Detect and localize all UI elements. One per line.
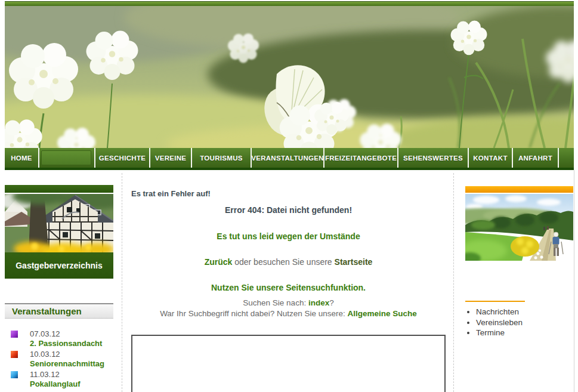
nav-item-home[interactable]: HOME — [5, 148, 39, 168]
guesthouse-top-bar — [5, 185, 113, 193]
nav-item-vereine[interactable]: VEREINE — [150, 148, 192, 168]
sidebar-link-termine[interactable]: Termine — [476, 328, 573, 338]
nav-item-freizeitangebote[interactable]: FREIZEITANGEBOTE — [324, 148, 398, 168]
event-row: 11.03.12 Pokallanglauf — [5, 370, 113, 389]
event-row: 07.03.12 2. Passionsandacht — [5, 329, 113, 348]
search-suffix: ? — [329, 298, 334, 307]
event-name-link[interactable]: Seniorennachmittag — [30, 359, 113, 369]
alternative-search-line: War Ihr Suchbegriff nicht dabei? Nutzen … — [131, 309, 446, 318]
event-bullet-icon — [11, 331, 18, 338]
event-bullet-icon — [11, 351, 18, 358]
search-results-box[interactable] — [131, 335, 446, 392]
page-right-edge — [574, 170, 574, 392]
apology-text: Es tut uns leid wegen der Umstände — [131, 232, 446, 241]
sidebar-link-nachrichten[interactable]: Nachrichten — [476, 307, 573, 317]
back-middle-text: oder besuchen Sie unsere — [234, 257, 332, 267]
sidebar-link-vereinsleben[interactable]: Vereinsleben — [476, 317, 573, 328]
right-sidebar-divider — [465, 301, 525, 302]
back-link[interactable]: Zurück — [205, 257, 233, 267]
nav-item-geschichte[interactable]: GESCHICHTE — [95, 148, 150, 168]
event-date: 10.03.12 — [30, 350, 113, 359]
right-column-divider — [453, 173, 454, 392]
nav-blank-highlight — [41, 150, 91, 165]
alt-prompt: War Ihr Suchbegriff nicht dabei? Nutzen … — [160, 309, 345, 318]
top-green-bar — [5, 1, 574, 6]
nav-item-blank[interactable] — [39, 148, 95, 168]
hiking-trail-photo[interactable] — [465, 194, 573, 261]
nav-item-veranstaltungen[interactable]: VERANSTALTUNGEN — [252, 148, 324, 168]
left-column-divider — [122, 173, 122, 392]
event-name-link[interactable]: 2. Passionsandacht — [30, 339, 113, 348]
search-suggestion-line: Suchen Sie nach: index? — [131, 298, 446, 307]
events-section-title: Veranstaltungen — [5, 303, 113, 319]
event-name-link[interactable]: Pokallanglauf — [30, 379, 113, 389]
half-timbered-guesthouse-photo[interactable] — [5, 194, 113, 252]
right-sidebar-links: Nachrichten Vereinsleben Termine — [465, 307, 573, 338]
nav-item-sehenswertes[interactable]: SEHENSWERTES — [398, 148, 469, 168]
nav-item-tourismus[interactable]: TOURISMUS — [192, 148, 252, 168]
allgemeine-suche-link[interactable]: Allgemeine Suche — [348, 309, 417, 318]
startseite-link[interactable]: Startseite — [335, 257, 373, 267]
gastgeberverzeichnis-link[interactable]: Gastgeberverzeichnis — [5, 252, 113, 279]
error-intro: Es trat ein Fehler auf! — [131, 189, 446, 198]
error-404-title: Error 404: Datei nicht gefunden! — [131, 205, 446, 215]
main-navigation: HOME GESCHICHTE VEREINE TOURISMUS VERANS… — [5, 148, 574, 168]
search-prompt: Suchen Sie nach: — [243, 298, 306, 307]
search-hint: Nutzen Sie unsere Seitensuchfunktion. — [131, 283, 446, 292]
nav-filler — [559, 148, 574, 168]
nav-underline-bar — [5, 168, 574, 170]
events-list: 07.03.12 2. Passionsandacht 10.03.12 Sen… — [5, 329, 113, 390]
main-content: Es trat ein Fehler auf! Error 404: Datei… — [131, 173, 446, 392]
right-sidebar-orange-bar — [465, 186, 573, 193]
event-date: 07.03.12 — [30, 329, 113, 339]
event-row: 10.03.12 Seniorennachmittag — [5, 350, 113, 369]
event-bullet-icon — [11, 371, 18, 378]
search-term-link[interactable]: index — [308, 298, 329, 307]
event-date: 11.03.12 — [30, 370, 113, 379]
nav-item-anfahrt[interactable]: ANFAHRT — [513, 148, 559, 168]
nav-item-kontakt[interactable]: KONTAKT — [469, 148, 513, 168]
back-line: Zurück oder besuchen Sie unsere Startsei… — [131, 257, 446, 267]
header-photo — [5, 6, 574, 148]
